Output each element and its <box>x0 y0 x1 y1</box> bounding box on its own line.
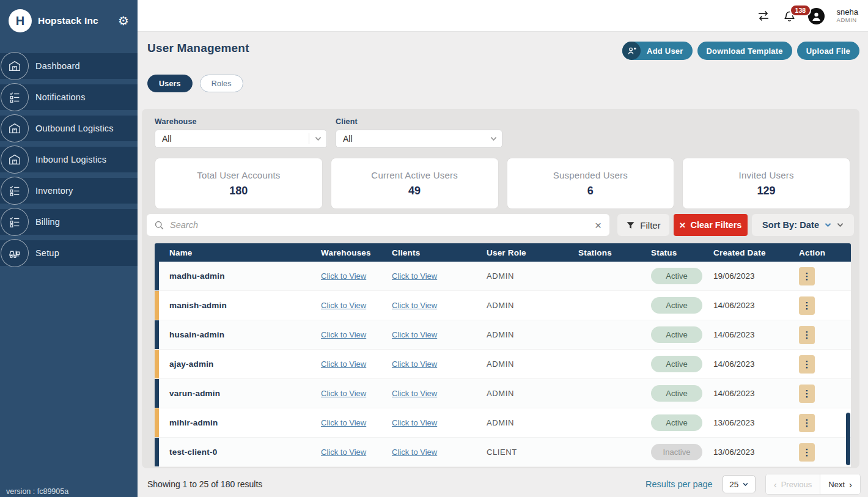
row-actions-button[interactable]: ⋮ <box>799 385 815 403</box>
sidebar-item-outbound-logistics[interactable]: Outbound Logistics <box>0 116 138 141</box>
status-badge: Active <box>651 297 702 314</box>
clients-link[interactable]: Click to View <box>392 301 487 310</box>
search-toolbar: × Filter × Clear Filters Sort By: Date <box>147 214 859 236</box>
sidebar-item-label: Dashboard <box>35 61 80 71</box>
next-page-button[interactable]: Next › <box>820 474 860 494</box>
clients-link[interactable]: Click to View <box>392 389 487 398</box>
stat-card-total-users: Total User Accounts 180 <box>155 158 323 209</box>
status-badge: Active <box>651 326 702 343</box>
previous-page-button[interactable]: ‹ Previous <box>766 474 821 494</box>
warehouse-icon <box>1 145 29 174</box>
clients-link[interactable]: Click to View <box>392 447 487 457</box>
tab-roles[interactable]: Roles <box>200 75 243 92</box>
search-input[interactable] <box>170 220 595 230</box>
chevron-right-icon: › <box>849 479 852 490</box>
table-header: Name Warehouses Clients User Role Statio… <box>155 243 851 262</box>
tabs: Users Roles <box>147 75 243 92</box>
page-nav: ‹ Previous Next › <box>765 474 861 495</box>
warehouses-link[interactable]: Click to View <box>321 447 392 457</box>
notification-bell-icon[interactable]: 138 <box>783 9 796 23</box>
swap-arrows-icon[interactable] <box>756 10 771 22</box>
chevron-left-icon: ‹ <box>774 479 777 490</box>
sort-by-select[interactable]: Sort By: Date <box>752 214 854 236</box>
stat-cards: Total User Accounts 180 Current Active U… <box>155 158 850 209</box>
brand-name: Hopstack Inc <box>38 15 112 26</box>
chevron-down-icon <box>315 136 322 141</box>
results-summary: Showing 1 to 25 of 180 results <box>147 479 262 489</box>
user-name: sneha <box>837 8 858 17</box>
warehouses-link[interactable]: Click to View <box>321 389 392 398</box>
sidebar-item-setup[interactable]: Setup <box>0 240 138 266</box>
stat-card-suspended-users: Suspended Users 6 <box>507 158 675 209</box>
table-row: test-client-0 Click to View Click to Vie… <box>155 438 851 467</box>
warehouse-select[interactable]: All <box>155 130 327 148</box>
status-badge: Inactive <box>651 444 702 460</box>
chevron-down-icon <box>837 223 844 227</box>
warehouse-filter: Warehouse All <box>155 117 327 148</box>
table-row: mihir-admin Click to View Click to View … <box>155 408 851 438</box>
clear-filters-button[interactable]: × Clear Filters <box>674 214 748 236</box>
notification-count-badge: 138 <box>790 4 812 17</box>
row-actions-button[interactable]: ⋮ <box>799 267 815 285</box>
add-user-button[interactable]: Add User <box>622 42 692 60</box>
gear-icon[interactable]: ⚙ <box>118 15 129 27</box>
sidebar-item-billing[interactable]: Billing <box>0 209 138 235</box>
page-size-select[interactable]: 25 <box>723 475 756 493</box>
header-buttons: Add User Download Template Upload File <box>622 42 859 60</box>
client-select[interactable]: All <box>336 130 502 148</box>
tab-users[interactable]: Users <box>147 75 193 92</box>
warehouses-link[interactable]: Click to View <box>321 330 392 339</box>
upload-file-button[interactable]: Upload File <box>797 42 859 60</box>
warehouse-icon <box>1 52 29 80</box>
table-row: madhu-admin Click to View Click to View … <box>155 262 851 291</box>
user-role: ADMIN <box>837 17 858 24</box>
row-actions-button[interactable]: ⋮ <box>799 326 815 344</box>
status-badge: Active <box>651 268 702 284</box>
status-badge: Active <box>651 414 702 431</box>
row-actions-button[interactable]: ⋮ <box>799 355 815 374</box>
sidebar-item-notifications[interactable]: Notifications <box>0 84 138 110</box>
sidebar-item-dashboard[interactable]: Dashboard <box>0 53 138 79</box>
search-clear-icon[interactable]: × <box>595 219 601 231</box>
clients-link[interactable]: Click to View <box>392 330 487 339</box>
warehouse-icon <box>1 114 29 142</box>
person-add-icon <box>622 42 641 60</box>
brand: H Hopstack Inc ⚙ <box>0 0 138 41</box>
topbar: 138 sneha ADMIN <box>138 0 868 32</box>
table-scrollbar[interactable] <box>846 413 850 465</box>
warehouses-link[interactable]: Click to View <box>321 418 392 427</box>
table-row: manish-admin Click to View Click to View… <box>155 291 851 320</box>
sidebar-item-label: Inbound Logistics <box>35 155 106 164</box>
forklift-icon <box>1 239 29 267</box>
download-template-button[interactable]: Download Template <box>697 42 792 60</box>
row-accent-bar <box>155 438 159 466</box>
warehouses-link[interactable]: Click to View <box>321 301 392 310</box>
funnel-icon <box>626 221 635 230</box>
row-actions-button[interactable]: ⋮ <box>799 414 815 432</box>
sidebar-item-inbound-logistics[interactable]: Inbound Logistics <box>0 147 138 172</box>
sidebar-item-label: Notifications <box>35 92 86 102</box>
row-accent-bar <box>155 291 159 320</box>
pagination-bar: Showing 1 to 25 of 180 results Results p… <box>147 473 861 495</box>
chevron-down-icon <box>490 136 497 141</box>
clients-link[interactable]: Click to View <box>392 359 487 369</box>
warehouses-link[interactable]: Click to View <box>321 359 392 369</box>
sidebar-item-inventory[interactable]: Inventory <box>0 178 138 204</box>
status-badge: Active <box>651 385 702 402</box>
row-actions-button[interactable]: ⋮ <box>799 296 815 315</box>
results-per-page-label: Results per page <box>645 479 713 489</box>
checklist-icon <box>1 177 29 205</box>
version-text: version : fc89905a <box>6 487 68 496</box>
filter-button[interactable]: Filter <box>617 214 669 236</box>
row-accent-bar <box>155 262 159 290</box>
page-title: User Management <box>147 42 249 55</box>
row-actions-button[interactable]: ⋮ <box>799 443 815 462</box>
row-accent-bar <box>155 350 159 378</box>
warehouses-link[interactable]: Click to View <box>321 271 392 281</box>
user-meta: sneha ADMIN <box>837 8 858 24</box>
clients-link[interactable]: Click to View <box>392 271 487 281</box>
clients-link[interactable]: Click to View <box>392 418 487 427</box>
users-table: Name Warehouses Clients User Role Statio… <box>155 243 851 467</box>
checklist-icon <box>1 83 29 111</box>
sidebar-nav: Dashboard Notifications Outbound Logisti… <box>0 53 138 266</box>
